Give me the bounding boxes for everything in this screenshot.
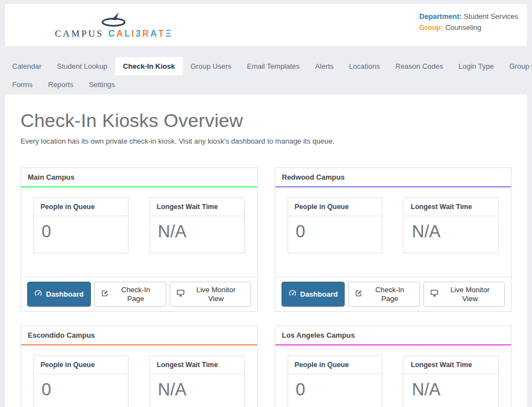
kiosk-name: Main Campus [28,173,75,181]
brand-letter: A [150,29,158,38]
group-value: Counseling [445,23,481,32]
monitor-icon [177,289,185,299]
wait-stat-value: N/A [404,374,498,407]
nav-tab[interactable]: Group Cards [502,57,532,75]
brand-word-calibrate: CALI3RATΞ [108,29,172,38]
kiosk-name: Escondido Campus [28,331,95,339]
nav-tab[interactable]: Alerts [308,57,341,75]
compass-logo-icon [100,12,127,28]
nav-tab[interactable]: Student Lookup [49,57,115,75]
pencil-square-icon [355,289,362,299]
department-label: Department: [420,12,462,21]
wait-stat-label: Longest Wait Time [404,198,498,216]
kiosk-card-body: People in Queue 0 Longest Wait Time N/A [275,187,511,277]
kiosk-card-footer: Dashboard Check-In Page [275,277,511,311]
queue-stat-value: 0 [288,216,382,253]
department-value: Student Services [464,12,518,21]
wait-stat-label: Longest Wait Time [150,356,244,374]
check-in-page-button-label: Check-In Page [366,286,413,303]
brand-letter: Ξ [165,29,172,38]
queue-stat: People in Queue 0 [33,355,129,407]
kiosk-name: Redwood Campus [282,173,345,181]
nav-tab[interactable]: Group Users [183,57,239,75]
kiosk-card-body: People in Queue 0 Longest Wait Time N/A [21,345,257,407]
kiosk-card: Redwood Campus People in Queue 0 Longest… [275,167,512,312]
pencil-square-icon [101,289,109,299]
queue-stat: People in Queue 0 [33,197,129,253]
nav-row-secondary: FormsReportsSettings [4,75,528,94]
wait-stat-value: N/A [404,216,498,253]
kiosk-card: Los Angeles Campus People in Queue 0 Lon… [275,325,512,407]
dashboard-gauge-icon [289,289,296,299]
wait-stat: Longest Wait Time N/A [150,197,245,253]
nav-tab[interactable]: Locations [341,57,388,75]
kiosk-card: Main Campus People in Queue 0 Longest Wa… [21,167,258,312]
brand-word-campus: CAMPUS [55,28,104,39]
check-in-page-button-label: Check-In Page [112,286,159,303]
check-in-page-button[interactable]: Check-In Page [94,282,166,307]
wait-stat-label: Longest Wait Time [404,356,498,374]
wait-stat: Longest Wait Time N/A [150,355,245,407]
content-panel: Check-In Kiosks Overview Every location … [4,94,528,407]
brand-letter: R [141,29,150,38]
queue-stat-label: People in Queue [288,198,382,216]
nav-tab[interactable]: Email Templates [239,57,307,75]
queue-stat-value: 0 [34,374,128,407]
kiosk-card-header: Escondido Campus [21,326,257,345]
kiosk-grid: Main Campus People in Queue 0 Longest Wa… [21,167,511,407]
department-line: Department: Student Services [420,11,518,22]
kiosk-card-header: Los Angeles Campus [275,326,511,345]
queue-stat: People in Queue 0 [288,355,383,407]
live-monitor-view-button[interactable]: Live Monitor View [423,282,505,307]
check-in-page-button[interactable]: Check-In Page [348,282,420,307]
queue-stat-value: 0 [34,216,128,253]
dashboard-button-label: Dashboard [46,290,84,299]
dashboard-button-label: Dashboard [300,290,338,299]
nav-tab[interactable]: Login Type [451,57,502,75]
brand-letter: 3 [135,29,141,38]
brand-logo[interactable]: CAMPUSCALI3RATΞ [55,4,172,46]
main-navigation: CalendarStudent LookupCheck-In KioskGrou… [4,57,528,94]
nav-tab[interactable]: Settings [81,75,122,94]
dashboard-gauge-icon [34,289,42,299]
brand-letter: C [108,29,116,38]
brand-wordmark: CAMPUSCALI3RATΞ [55,29,172,38]
nav-tab[interactable]: Calendar [4,57,49,75]
wait-stat-value: N/A [150,374,244,407]
nav-row-primary: CalendarStudent LookupCheck-In KioskGrou… [4,57,528,75]
brand-letter: T [157,29,165,38]
user-context: Department: Student Services Group: Coun… [420,4,527,46]
monitor-icon [431,289,438,299]
group-line: Group: Counseling [420,22,518,33]
wait-stat: Longest Wait Time N/A [403,355,499,407]
kiosk-card: Escondido Campus People in Queue 0 Longe… [21,325,258,407]
queue-stat-label: People in Queue [34,356,128,374]
kiosk-card-header: Redwood Campus [275,168,511,187]
nav-tab[interactable]: Check-In Kiosk [115,57,183,75]
dashboard-button[interactable]: Dashboard [282,282,345,307]
kiosk-card-body: People in Queue 0 Longest Wait Time N/A [21,187,257,277]
queue-stat: People in Queue 0 [288,197,383,253]
kiosk-card-header: Main Campus [21,168,257,187]
brand-letter: A [115,29,124,38]
group-label: Group: [420,23,443,32]
app-header: CAMPUSCALI3RATΞ Department: Student Serv… [4,3,528,47]
live-monitor-view-button[interactable]: Live Monitor View [170,282,251,307]
queue-stat-label: People in Queue [288,356,382,374]
queue-stat-label: People in Queue [34,198,128,216]
kiosk-card-footer: Dashboard Check-In Page [21,277,257,311]
dashboard-button[interactable]: Dashboard [27,282,91,307]
page-title: Check-In Kiosks Overview [21,110,511,131]
brand-letter: L [124,29,131,38]
nav-tab[interactable]: Forms [4,75,40,94]
kiosk-name: Los Angeles Campus [282,331,355,339]
live-monitor-view-button-label: Live Monitor View [442,286,498,303]
wait-stat-label: Longest Wait Time [150,198,244,216]
nav-tab[interactable]: Reports [40,75,81,94]
wait-stat: Longest Wait Time N/A [403,197,499,253]
queue-stat-value: 0 [288,374,382,407]
nav-tab[interactable]: Reason Codes [388,57,451,75]
wait-stat-value: N/A [150,216,244,253]
page-subtitle: Every location has its own private check… [21,137,511,145]
kiosk-card-body: People in Queue 0 Longest Wait Time N/A [275,345,511,407]
